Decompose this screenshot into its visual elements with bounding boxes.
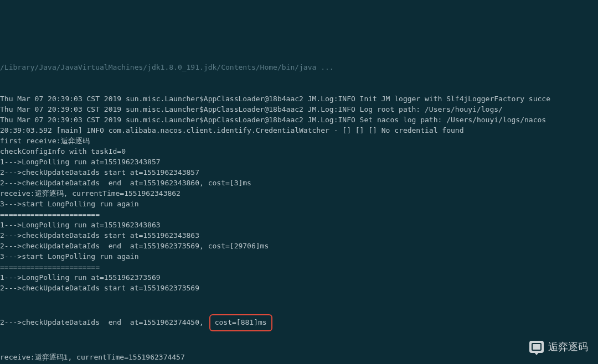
wechat-icon <box>529 341 544 353</box>
watermark-text: 逅弈逐码 <box>548 340 588 354</box>
log-line: receive:逅弈逐码, currentTime=1551962343862 <box>0 189 598 199</box>
log-line: 2--->checkUpdateDataIds start at=1551962… <box>0 283 598 294</box>
log-block-after: receive:逅弈逐码1, currentTime=1551962374457… <box>0 352 598 364</box>
log-line: 20:39:03.592 [main] INFO com.alibaba.nac… <box>0 126 598 136</box>
log-line: checkConfigInfo with taskId=0 <box>0 147 598 157</box>
log-line: 2--->checkUpdateDataIds start at=1551962… <box>0 231 598 241</box>
log-line: ======================= <box>0 262 598 273</box>
highlighted-log-line: 2--->checkUpdateDataIds end at=155196237… <box>0 314 598 331</box>
highlighted-prefix: 2--->checkUpdateDataIds end at=155196237… <box>0 318 208 326</box>
watermark: 逅弈逐码 <box>529 340 588 354</box>
log-line: 1--->LongPolling run at=1551962373569 <box>0 273 598 283</box>
log-line: 1--->LongPolling run at=1551962343857 <box>0 157 598 168</box>
log-line: Thu Mar 07 20:39:03 CST 2019 sun.misc.La… <box>0 105 598 115</box>
log-line: 2--->checkUpdateDataIds start at=1551962… <box>0 168 598 178</box>
log-line: 1--->LongPolling run at=1551962343863 <box>0 220 598 231</box>
log-block-before: Thu Mar 07 20:39:03 CST 2019 sun.misc.La… <box>0 94 598 294</box>
log-line: 2--->checkUpdateDataIds end at=155196234… <box>0 178 598 189</box>
java-path-header: /Library/Java/JavaVirtualMachines/jdk1.8… <box>0 63 598 73</box>
log-line: 2--->checkUpdateDataIds end at=155196237… <box>0 241 598 252</box>
log-line: Thu Mar 07 20:39:03 CST 2019 sun.misc.La… <box>0 115 598 126</box>
log-line: first receive:逅弈逐码 <box>0 136 598 147</box>
log-line: ======================= <box>0 210 598 220</box>
log-line: 3--->start LongPolling run again <box>0 252 598 262</box>
log-line: receive:逅弈逐码1, currentTime=1551962374457 <box>0 352 598 363</box>
log-line: Thu Mar 07 20:39:03 CST 2019 sun.misc.La… <box>0 94 598 105</box>
cost-highlight-box: cost=[881]ms <box>209 314 272 331</box>
log-line: 3--->start LongPolling run again <box>0 199 598 210</box>
terminal-output: /Library/Java/JavaVirtualMachines/jdk1.8… <box>0 41 598 364</box>
